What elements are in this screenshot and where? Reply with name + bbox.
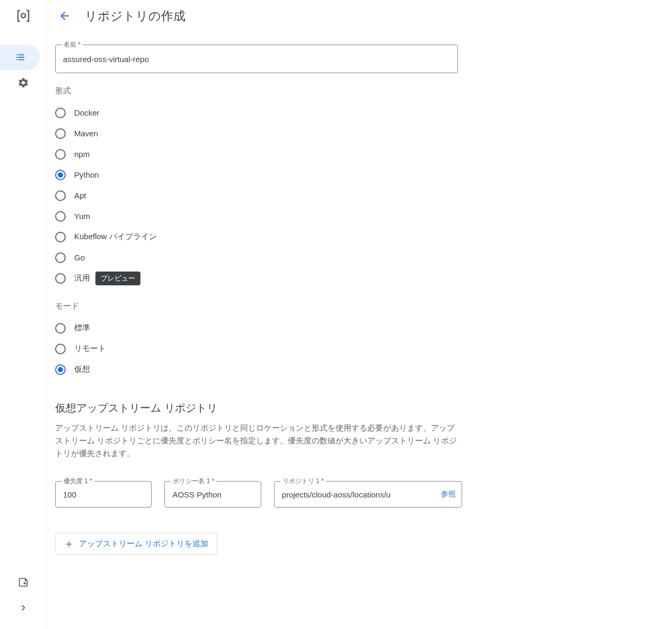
gear-icon	[17, 77, 29, 89]
mode-remote[interactable]: リモート	[55, 338, 462, 359]
page-title: リポジトリの作成	[85, 8, 185, 24]
radio-label: Kubeflow パイプライン	[74, 232, 157, 242]
format-maven[interactable]: Maven	[55, 123, 462, 144]
name-field: 名前 *	[55, 45, 462, 73]
format-generic[interactable]: 汎用プレビュー	[55, 268, 462, 289]
radio-label: リモート	[74, 344, 106, 354]
radio-label: Go	[74, 253, 85, 262]
radio-label: Python	[74, 170, 99, 179]
nav-expand[interactable]	[0, 595, 46, 621]
add-upstream-label: アップストリーム リポジトリを追加	[79, 539, 208, 549]
mode-label: モード	[55, 301, 462, 311]
nav-repositories[interactable]	[0, 45, 40, 70]
radio-icon	[55, 190, 66, 201]
list-icon	[14, 51, 26, 63]
back-button[interactable]	[55, 6, 74, 25]
mode-standard[interactable]: 標準	[55, 318, 462, 338]
priority-label: 優先度 1 *	[61, 477, 94, 486]
format-apt[interactable]: Apt	[55, 185, 462, 206]
radio-label: Apt	[74, 191, 86, 200]
note-icon	[17, 576, 29, 588]
radio-icon	[55, 108, 66, 118]
upstream-row: 優先度 1 * ポリシー名 1 * リポジトリ 1 * 参照	[55, 481, 462, 508]
radio-icon	[55, 364, 66, 375]
policy-label: ポリシー名 1 *	[171, 477, 216, 486]
repo-label: リポジトリ 1 *	[280, 477, 326, 486]
radio-icon	[55, 344, 66, 354]
browse-link[interactable]: 参照	[438, 490, 456, 499]
repo-field: リポジトリ 1 * 参照	[274, 481, 462, 508]
chevron-right-icon	[17, 602, 29, 614]
sidebar-nav	[0, 32, 46, 570]
radio-icon	[55, 232, 66, 242]
radio-icon	[55, 149, 66, 160]
upstream-description: アップストリーム リポジトリは、このリポジトリと同じロケーションと形式を使用する…	[55, 422, 458, 460]
radio-icon	[55, 323, 66, 334]
arrow-left-icon	[58, 10, 71, 22]
nav-settings[interactable]	[0, 70, 46, 95]
radio-icon	[55, 170, 66, 180]
name-input[interactable]	[55, 45, 458, 73]
radio-icon	[55, 273, 66, 284]
format-kubeflow[interactable]: Kubeflow パイプライン	[55, 226, 462, 247]
main: リポジトリの作成 名前 * 形式 Docker Maven npm Python…	[47, 0, 672, 629]
format-go[interactable]: Go	[55, 247, 462, 268]
radio-icon	[55, 128, 66, 139]
mode-group: 標準 リモート 仮想	[55, 318, 462, 380]
radio-label: 汎用	[74, 273, 90, 283]
artifact-registry-icon	[15, 8, 31, 24]
radio-icon	[55, 211, 66, 222]
radio-label: Docker	[74, 108, 100, 117]
sidebar	[0, 0, 47, 629]
sidebar-bottom	[0, 570, 46, 629]
upstream-heading: 仮想アップストリーム リポジトリ	[55, 401, 462, 415]
name-label: 名前 *	[61, 40, 83, 49]
radio-label: npm	[74, 150, 90, 159]
radio-label: Maven	[74, 129, 98, 138]
radio-icon	[55, 252, 66, 263]
mode-virtual[interactable]: 仮想	[55, 359, 462, 380]
priority-field: 優先度 1 *	[55, 481, 152, 508]
header: リポジトリの作成	[47, 0, 672, 32]
preview-badge: プレビュー	[95, 272, 140, 285]
format-npm[interactable]: npm	[55, 144, 462, 164]
format-group: Docker Maven npm Python Apt Yum Kubeflow…	[55, 102, 462, 289]
content: 名前 * 形式 Docker Maven npm Python Apt Yum …	[47, 32, 471, 567]
format-python[interactable]: Python	[55, 164, 462, 185]
plus-icon	[64, 539, 74, 549]
radio-label: 標準	[74, 323, 90, 333]
policy-field: ポリシー名 1 *	[164, 481, 261, 508]
radio-label: Yum	[74, 212, 90, 221]
format-yum[interactable]: Yum	[55, 206, 462, 226]
nav-notes[interactable]	[0, 570, 46, 595]
format-label: 形式	[55, 86, 462, 96]
product-logo	[0, 0, 46, 32]
radio-label: 仮想	[74, 364, 90, 374]
add-upstream-button[interactable]: アップストリーム リポジトリを追加	[55, 533, 217, 555]
format-docker[interactable]: Docker	[55, 102, 462, 123]
